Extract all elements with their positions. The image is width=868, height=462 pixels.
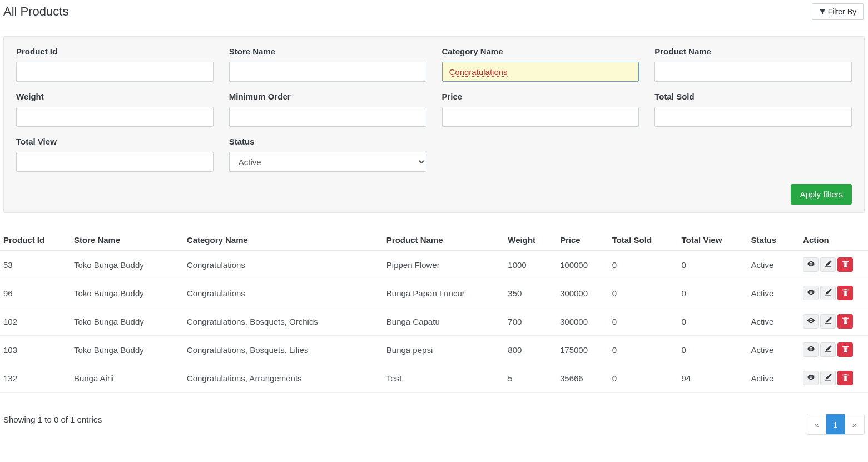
th-product-name: Product Name	[382, 230, 504, 251]
trash-icon	[841, 345, 850, 355]
delete-button[interactable]	[837, 257, 853, 272]
edit-button[interactable]	[820, 286, 836, 300]
cell-price: 175000	[555, 336, 608, 364]
cell-category_name: Congratulations	[182, 279, 382, 307]
view-button[interactable]	[803, 257, 819, 272]
minimum-order-label: Minimum Order	[229, 92, 426, 101]
edit-icon	[824, 316, 832, 326]
total-sold-input[interactable]	[654, 107, 852, 127]
cell-total_sold: 0	[608, 336, 677, 364]
cell-total_sold: 0	[608, 364, 677, 393]
cell-price: 100000	[555, 251, 608, 279]
edit-button[interactable]	[820, 257, 836, 272]
total-view-input[interactable]	[16, 152, 214, 172]
cell-category_name: Congratulations, Bosquets, Orchids	[182, 307, 382, 336]
th-price: Price	[555, 230, 608, 251]
cell-product_name: Pippen Flower	[382, 251, 504, 279]
cell-category_name: Congratulations, Bosquets, Lilies	[182, 336, 382, 364]
store-name-input[interactable]	[229, 62, 426, 82]
product-id-input[interactable]	[16, 62, 214, 82]
view-button[interactable]	[803, 314, 819, 329]
th-weight: Weight	[503, 230, 555, 251]
product-id-label: Product Id	[16, 47, 214, 56]
cell-action	[798, 307, 868, 336]
cell-weight: 1000	[503, 251, 555, 279]
delete-button[interactable]	[837, 286, 853, 300]
cell-product_id: 132	[0, 364, 70, 393]
cell-store_name: Toko Bunga Buddy	[70, 279, 182, 307]
total-view-label: Total View	[16, 137, 214, 146]
delete-button[interactable]	[837, 314, 853, 329]
cell-category_name: Congratulations, Arrangements	[182, 364, 382, 393]
cell-action	[798, 251, 868, 279]
cell-price: 35666	[555, 364, 608, 393]
page-prev-button[interactable]: «	[807, 414, 826, 434]
edit-button[interactable]	[820, 371, 836, 385]
showing-text: Showing 1 to 0 of 1 entries	[3, 415, 102, 424]
total-sold-label: Total Sold	[654, 92, 852, 101]
cell-action	[798, 364, 868, 393]
th-category-name: Category Name	[182, 230, 382, 251]
price-input[interactable]	[442, 107, 639, 127]
table-row: 102Toko Bunga BuddyCongratulations, Bosq…	[0, 307, 868, 336]
cell-status: Active	[746, 279, 798, 307]
cell-total_sold: 0	[608, 307, 677, 336]
cell-status: Active	[746, 307, 798, 336]
filter-by-label: Filter By	[828, 7, 856, 16]
apply-filters-button[interactable]: Apply filters	[791, 184, 852, 205]
cell-price: 300000	[555, 307, 608, 336]
edit-button[interactable]	[820, 314, 836, 329]
status-select[interactable]: Active	[229, 152, 426, 172]
th-action: Action	[798, 230, 868, 251]
cell-product_id: 53	[0, 251, 70, 279]
filter-by-button[interactable]: Filter By	[812, 3, 864, 20]
page-next-button[interactable]: »	[845, 414, 864, 434]
cell-status: Active	[746, 251, 798, 279]
cell-price: 300000	[555, 279, 608, 307]
cell-status: Active	[746, 364, 798, 393]
trash-icon	[841, 373, 850, 383]
eye-icon	[807, 373, 815, 383]
cell-product_name: Bunga Capatu	[382, 307, 504, 336]
category-name-input[interactable]	[442, 62, 639, 82]
cell-weight: 350	[503, 279, 555, 307]
view-button[interactable]	[803, 342, 819, 357]
trash-icon	[841, 288, 850, 298]
cell-product_id: 96	[0, 279, 70, 307]
cell-total_view: 0	[677, 336, 747, 364]
cell-total_view: 0	[677, 307, 747, 336]
eye-icon	[807, 316, 815, 326]
eye-icon	[807, 260, 815, 270]
cell-category_name: Congratulations	[182, 251, 382, 279]
pagination: « 1 »	[807, 414, 865, 435]
cell-store_name: Toko Bunga Buddy	[70, 251, 182, 279]
cell-total_view: 0	[677, 251, 747, 279]
cell-store_name: Toko Bunga Buddy	[70, 336, 182, 364]
delete-button[interactable]	[837, 342, 853, 357]
delete-button[interactable]	[837, 371, 853, 385]
page-1-button[interactable]: 1	[826, 414, 845, 434]
product-name-label: Product Name	[654, 47, 852, 56]
view-button[interactable]	[803, 286, 819, 300]
minimum-order-input[interactable]	[229, 107, 426, 127]
price-label: Price	[442, 92, 639, 101]
weight-label: Weight	[16, 92, 214, 101]
weight-input[interactable]	[16, 107, 214, 127]
table-row: 132Bunga AiriiCongratulations, Arrangeme…	[0, 364, 868, 393]
view-button[interactable]	[803, 371, 819, 385]
cell-weight: 700	[503, 307, 555, 336]
filter-panel: Product Id Store Name Category Name Prod…	[3, 36, 865, 213]
cell-product_id: 102	[0, 307, 70, 336]
cell-total_view: 94	[677, 364, 747, 393]
eye-icon	[807, 345, 815, 355]
cell-product_name: Bunga Papan Luncur	[382, 279, 504, 307]
cell-total_sold: 0	[608, 279, 677, 307]
edit-icon	[824, 288, 832, 298]
cell-action	[798, 279, 868, 307]
cell-total_view: 0	[677, 279, 747, 307]
th-total-view: Total View	[677, 230, 747, 251]
edit-button[interactable]	[820, 342, 836, 357]
cell-weight: 5	[503, 364, 555, 393]
status-label: Status	[229, 137, 426, 146]
product-name-input[interactable]	[654, 62, 852, 82]
